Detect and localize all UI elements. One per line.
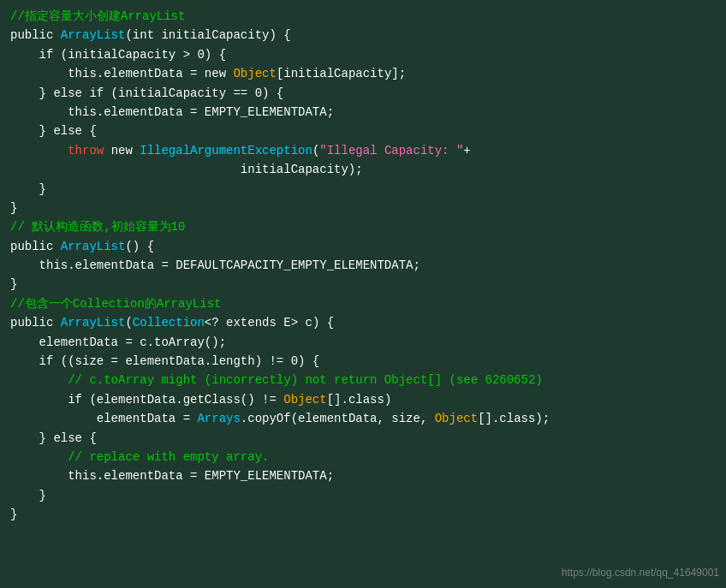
code-line: public ArrayList(Collection<? extends E>… xyxy=(10,313,716,332)
code-line: public ArrayList() { xyxy=(10,237,716,256)
code-line: } else if (initialCapacity == 0) { xyxy=(10,84,716,103)
code-token: throw xyxy=(10,144,111,157)
code-token: ArrayList xyxy=(61,28,126,42)
code-token: .copyOf(elementData, size, xyxy=(241,412,435,425)
code-token: } else { xyxy=(10,124,97,138)
code-token: } xyxy=(10,489,46,502)
code-token: elementData = c.toArray(); xyxy=(10,336,226,349)
code-token: () { xyxy=(125,240,154,253)
code-token: this.elementData = EMPTY_ELEMENTDATA; xyxy=(10,469,334,483)
code-token: ArrayList xyxy=(61,316,126,330)
code-token: } else if (initialCapacity == 0) { xyxy=(10,86,283,100)
code-token: Collection xyxy=(133,316,205,330)
code-token: new xyxy=(111,144,140,157)
code-token: Object xyxy=(435,412,478,425)
code-line: //指定容量大小创建ArrayList xyxy=(10,7,716,26)
code-token: if (elementData.getClass() != xyxy=(10,393,283,407)
code-line: elementData = Arrays.copyOf(elementData,… xyxy=(10,409,716,428)
code-token: [initialCapacity]; xyxy=(277,67,406,80)
code-token: Arrays xyxy=(197,412,240,425)
code-token: } xyxy=(10,201,17,215)
code-token: } xyxy=(10,182,46,196)
code-token: // c.toArray might (incorrectly) not ret… xyxy=(10,373,543,387)
code-line: this.elementData = EMPTY_ELEMENTDATA; xyxy=(10,103,716,122)
code-token: } xyxy=(10,277,17,291)
code-token: // 默认构造函数,初始容量为10 xyxy=(10,220,185,234)
code-token: [].class) xyxy=(327,393,392,407)
code-token: elementData = xyxy=(10,412,197,425)
code-token: public xyxy=(10,240,61,253)
code-token: this.elementData = DEFAULTCAPACITY_EMPTY… xyxy=(10,258,420,272)
code-line: this.elementData = EMPTY_ELEMENTDATA; xyxy=(10,466,716,485)
code-token: IllegalArgumentException xyxy=(140,144,312,157)
code-token: public xyxy=(10,28,61,42)
code-line: this.elementData = DEFAULTCAPACITY_EMPTY… xyxy=(10,256,716,275)
code-token: Object xyxy=(283,393,326,407)
code-token: "Illegal Capacity: " xyxy=(319,144,463,157)
code-token: this.elementData = new xyxy=(10,67,233,80)
code-line: elementData = c.toArray(); xyxy=(10,333,716,352)
code-line: public ArrayList(int initialCapacity) { xyxy=(10,26,716,45)
code-token: (int initialCapacity) { xyxy=(125,28,290,42)
code-line: } else { xyxy=(10,429,716,448)
code-line: } else { xyxy=(10,122,716,140)
code-token: [].class); xyxy=(478,412,550,425)
code-line: throw new IllegalArgumentException("Ille… xyxy=(10,141,716,160)
code-token: // replace with empty array. xyxy=(10,450,269,464)
code-line: if (initialCapacity > 0) { xyxy=(10,45,716,64)
code-token: public xyxy=(10,316,61,330)
code-token: //包含一个Collection的ArrayList xyxy=(10,297,221,311)
code-line: if ((size = elementData.length) != 0) { xyxy=(10,352,716,371)
code-token: <? extends E> c) { xyxy=(205,316,334,330)
code-token: ( xyxy=(125,316,132,330)
code-token: } else { xyxy=(10,431,97,445)
code-line: // c.toArray might (incorrectly) not ret… xyxy=(10,371,716,389)
code-line: } xyxy=(10,199,716,217)
code-container: //指定容量大小创建ArrayListpublic ArrayList(int … xyxy=(10,7,716,525)
code-line: } xyxy=(10,505,716,524)
code-token: initialCapacity); xyxy=(10,163,363,176)
code-token: if ((size = elementData.length) != 0) { xyxy=(10,354,319,368)
code-token: //指定容量大小创建ArrayList xyxy=(10,9,185,23)
code-token: } xyxy=(10,508,17,521)
code-token: Object xyxy=(233,67,276,80)
code-line: initialCapacity); xyxy=(10,160,716,179)
code-token: + xyxy=(463,144,470,157)
code-line: this.elementData = new Object[initialCap… xyxy=(10,64,716,83)
code-line: //包含一个Collection的ArrayList xyxy=(10,294,716,313)
code-line: } xyxy=(10,486,716,505)
code-line: } xyxy=(10,180,716,199)
code-token: this.elementData = EMPTY_ELEMENTDATA; xyxy=(10,105,334,119)
code-line: } xyxy=(10,275,716,294)
code-token: if (initialCapacity > 0) { xyxy=(10,48,226,62)
code-line: // 默认构造函数,初始容量为10 xyxy=(10,217,716,236)
code-line: if (elementData.getClass() != Object[].c… xyxy=(10,390,716,409)
watermark: https://blog.csdn.net/qq_41649001 xyxy=(562,565,719,581)
code-token: ArrayList xyxy=(61,240,126,253)
code-line: // replace with empty array. xyxy=(10,448,716,466)
